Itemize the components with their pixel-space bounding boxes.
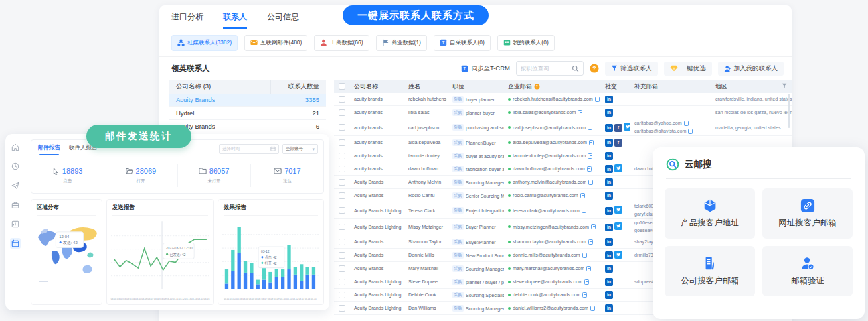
contact-company: Acuity Brands (350, 252, 404, 258)
facebook-icon[interactable]: f (614, 124, 622, 132)
copy-icon[interactable] (587, 166, 592, 172)
send-icon[interactable] (10, 180, 21, 191)
linkedin-icon[interactable]: in (605, 304, 613, 312)
source-chip[interactable]: 社媒联系人(3382) (171, 35, 238, 51)
cloud-feature-verify-user[interactable]: 邮箱验证 (762, 246, 853, 296)
copy-icon[interactable] (578, 110, 582, 115)
copy-icon[interactable] (589, 140, 594, 145)
home-icon[interactable] (10, 142, 21, 153)
clock-icon[interactable] (10, 161, 21, 172)
copy-icon[interactable] (595, 97, 600, 102)
row-checkbox[interactable] (334, 153, 350, 159)
row-checkbox[interactable] (334, 224, 350, 230)
row-checkbox[interactable] (334, 252, 350, 259)
row-checkbox[interactable] (334, 279, 350, 285)
linkedin-icon[interactable]: in (605, 96, 613, 103)
copy-icon[interactable] (688, 129, 693, 134)
linkedin-icon[interactable]: in (605, 207, 613, 215)
contact-row[interactable]: acuity brands libia salas 采购planner buye… (334, 106, 792, 119)
linkedin-icon[interactable]: in (605, 238, 613, 246)
twitter-icon[interactable] (614, 206, 622, 214)
add-to-my-contacts-button[interactable]: 加入我的联系人 (718, 62, 784, 76)
chart-icon[interactable] (10, 219, 21, 229)
search-input[interactable] (521, 65, 569, 72)
copy-icon[interactable] (586, 266, 591, 271)
row-checkbox[interactable] (334, 179, 350, 186)
tab-联系人[interactable]: 联系人 (223, 5, 247, 29)
row-checkbox[interactable] (334, 96, 350, 103)
source-chip[interactable]: 商业数据(1) (376, 35, 427, 51)
one-key-optimize-button[interactable]: 一键优选 (664, 62, 712, 76)
mail-tab[interactable]: 邮件报告 (38, 144, 60, 155)
briefcase-icon[interactable] (10, 200, 21, 210)
linkedin-icon[interactable]: in (605, 139, 613, 147)
copy-icon[interactable] (584, 279, 589, 285)
row-checkbox[interactable] (334, 139, 350, 146)
copy-icon[interactable] (588, 239, 593, 245)
linkedin-icon[interactable]: in (605, 291, 613, 299)
svg-text:发送: 42: 发送: 42 (63, 240, 78, 245)
contact-row[interactable]: acuity brands carl josephson 采购purchasin… (334, 119, 792, 136)
cloud-feature-cube[interactable]: 产品搜客户地址 (665, 188, 755, 239)
source-chip[interactable]: 互联网邮件(480) (244, 35, 307, 51)
contact-row[interactable]: acuity brands rebekah hutchens 采购buyer p… (334, 93, 792, 106)
twitter-icon[interactable] (614, 222, 622, 230)
copy-icon[interactable] (582, 208, 586, 213)
copy-icon[interactable] (684, 121, 689, 126)
tab-公司信息[interactable]: 公司信息 (267, 5, 299, 29)
help-icon[interactable]: ? (590, 64, 599, 73)
calendar-icon[interactable] (10, 238, 21, 249)
linkedin-icon[interactable]: in (605, 192, 613, 200)
linkedin-icon[interactable]: in (605, 265, 613, 273)
row-checkbox[interactable] (334, 109, 350, 116)
cloud-feature-link[interactable]: 网址搜客户邮箱 (762, 188, 853, 239)
scrollbar[interactable] (788, 94, 790, 128)
select-all-checkbox[interactable] (334, 83, 350, 90)
company-row[interactable]: Acuity Brands3355 (169, 94, 326, 107)
linkedin-icon[interactable]: in (605, 124, 613, 132)
source-chip[interactable]: 我的联系人(0) (497, 35, 555, 51)
linkedin-icon[interactable]: in (605, 165, 613, 173)
row-checkbox[interactable] (334, 239, 350, 245)
copy-icon[interactable] (588, 180, 593, 185)
row-checkbox[interactable] (334, 265, 350, 272)
copy-icon[interactable] (580, 193, 585, 198)
row-checkbox[interactable] (334, 192, 350, 199)
svg-text:03-14: 03-14 (191, 298, 197, 300)
cloud-feature-company[interactable]: 公司搜客户邮箱 (665, 246, 755, 296)
twitter-icon[interactable] (614, 164, 622, 172)
copy-icon[interactable] (591, 224, 596, 229)
region-filter-icon[interactable] (782, 83, 787, 90)
account-select[interactable]: 全部账号▾ (282, 144, 318, 154)
search-icon[interactable] (572, 65, 579, 72)
filter-contacts-button[interactable]: 筛选联系人 (605, 62, 658, 76)
linkedin-icon[interactable]: in (605, 152, 613, 160)
tab-进口分析[interactable]: 进口分析 (171, 5, 203, 29)
company-row[interactable]: Acuity Brands6 (169, 120, 326, 133)
copy-icon[interactable] (582, 253, 587, 258)
linkedin-icon[interactable]: in (605, 224, 613, 231)
row-checkbox[interactable] (334, 305, 350, 312)
contact-company: acuity brands (350, 96, 404, 102)
linkedin-icon[interactable]: in (605, 109, 613, 117)
sync-tcrm-button[interactable]: T同步至T-CRM (461, 64, 510, 73)
linkedin-icon[interactable]: in (605, 278, 613, 286)
twitter-icon[interactable] (614, 251, 622, 259)
row-checkbox[interactable] (334, 207, 350, 214)
source-chip[interactable]: T自采联系人(0) (434, 35, 491, 51)
date-range-input[interactable]: 选择时间 (219, 144, 279, 154)
copy-icon[interactable] (588, 125, 592, 130)
twitter-icon[interactable] (624, 123, 630, 131)
copy-icon[interactable] (588, 153, 592, 159)
svg-text:03-11: 03-11 (173, 298, 179, 300)
row-checkbox[interactable] (334, 124, 350, 131)
linkedin-icon[interactable]: in (605, 178, 613, 186)
copy-icon[interactable] (590, 306, 595, 311)
copy-icon[interactable] (582, 292, 587, 298)
company-row[interactable]: Hydrel21 (169, 107, 326, 120)
source-chip[interactable]: 工商数据(66) (314, 35, 369, 51)
linkedin-icon[interactable]: in (605, 251, 613, 259)
row-checkbox[interactable] (334, 166, 350, 172)
facebook-icon[interactable]: f (614, 139, 622, 147)
row-checkbox[interactable] (334, 292, 350, 298)
